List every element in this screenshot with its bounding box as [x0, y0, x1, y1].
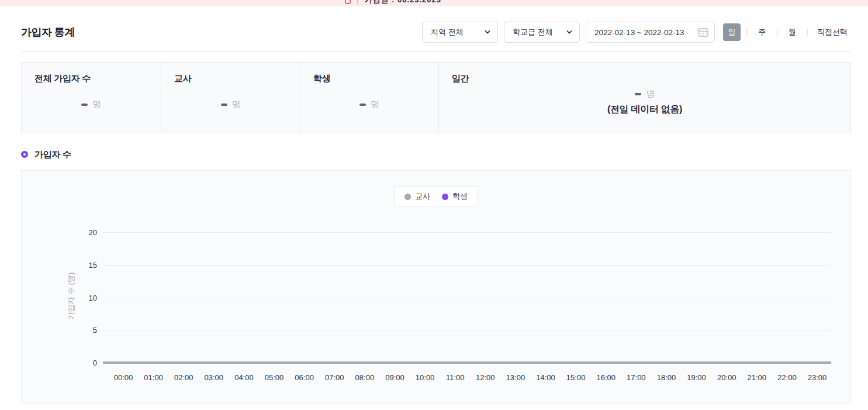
gridline: [103, 298, 831, 298]
notice-icon: [345, 0, 351, 4]
legend-label: 교사: [415, 191, 430, 202]
stat-value: 명: [439, 88, 850, 99]
series-line-교사: [103, 361, 831, 364]
x-tick-label: 17:00: [627, 373, 646, 382]
x-tick-label: 23:00: [808, 373, 827, 382]
y-tick-label: 0: [62, 359, 97, 367]
stat-unit: 명: [232, 99, 241, 109]
x-tick-label: 07:00: [325, 373, 344, 382]
chart-section-header: 가입자 수: [21, 150, 851, 159]
chart-legend: 교사학생: [394, 186, 478, 207]
x-tick-label: 13:00: [506, 373, 525, 382]
stat-card-daily: 일간 명 (전일 데이터 없음): [439, 63, 850, 133]
section-title: 가입자 수: [34, 149, 71, 160]
header-divider: [21, 51, 851, 52]
empty-value-dash: [221, 104, 227, 106]
legend-item-학생[interactable]: 학생: [442, 191, 468, 202]
period-button-day[interactable]: 일: [723, 23, 741, 41]
school-level-select[interactable]: 학교급 전체: [504, 22, 580, 43]
y-tick-label: 5: [62, 326, 97, 335]
x-tick-label: 00:00: [114, 373, 133, 382]
x-tick-label: 16:00: [596, 373, 615, 382]
x-tick-label: 09:00: [385, 373, 404, 382]
x-tick-label: 03:00: [205, 373, 224, 382]
period-button-month[interactable]: 월: [783, 23, 801, 41]
region-select-value: 지역 전체: [431, 27, 464, 37]
period-button-group: 일 | 주 | 월 | 직접선택: [723, 23, 851, 41]
x-tick-label: 19:00: [687, 373, 706, 382]
x-tick-label: 14:00: [536, 373, 555, 382]
filter-controls: 지역 전체 학교급 전체 2022-02-13 ~ 2022-02-13: [422, 22, 851, 43]
stat-value: 명: [300, 99, 438, 110]
stat-unit: 명: [371, 99, 379, 109]
x-tick-label: 12:00: [476, 373, 495, 382]
separator: |: [746, 27, 748, 37]
stat-card-total: 전체 가입자 수 명: [22, 63, 161, 133]
gridline: [103, 330, 831, 330]
separator: |: [776, 27, 779, 37]
x-tick-label: 15:00: [566, 373, 586, 382]
y-tick-label: 15: [62, 260, 97, 269]
empty-value-dash: [359, 104, 366, 106]
stat-unit: 명: [92, 99, 101, 109]
x-tick-label: 02:00: [174, 373, 193, 382]
notice-banner-clipped-text: | 가입일 : 06.23.2023: [345, 0, 441, 5]
stat-value: 명: [22, 99, 161, 110]
legend-dot-icon: [404, 194, 411, 200]
separator: |: [806, 27, 808, 37]
x-tick-label: 08:00: [355, 373, 375, 382]
x-tick-label: 04:00: [234, 373, 254, 382]
page-header: 가입자 통계 지역 전체 학교급 전체 2022-02-13 ~ 2022-02…: [21, 22, 851, 43]
legend-item-교사[interactable]: 교사: [404, 191, 430, 202]
chart-plot-area: 0510152000:0001:0002:0003:0004:0005:0006…: [103, 232, 831, 363]
stat-title: 일간: [452, 73, 838, 84]
calendar-icon[interactable]: [698, 27, 708, 37]
region-select[interactable]: 지역 전체: [422, 22, 498, 43]
chevron-down-icon: [566, 29, 572, 35]
date-range-input[interactable]: 2022-02-13 ~ 2022-02-13: [586, 22, 715, 43]
notice-separator: |: [357, 0, 358, 5]
subscribers-chart-card: 교사학생 가입자 수 (명) 0510152000:0001:0002:0003…: [21, 170, 851, 404]
date-range-value: 2022-02-13 ~ 2022-02-13: [594, 28, 684, 37]
page-title: 가입자 통계: [21, 25, 75, 39]
stat-card-teachers: 교사 명: [161, 63, 300, 133]
x-tick-label: 10:00: [416, 373, 435, 382]
gridline: [103, 265, 831, 266]
school-level-select-value: 학교급 전체: [513, 27, 553, 37]
chevron-down-icon: [485, 29, 490, 35]
x-tick-label: 06:00: [295, 373, 314, 382]
stat-title: 교사: [174, 73, 287, 84]
legend-dot-icon: [442, 194, 448, 200]
stat-card-students: 학생 명: [300, 63, 439, 133]
empty-value-dash: [81, 104, 88, 106]
y-tick-label: 10: [62, 293, 97, 302]
x-tick-label: 11:00: [446, 373, 465, 382]
stat-unit: 명: [646, 88, 655, 98]
x-tick-label: 21:00: [748, 373, 767, 382]
x-tick-label: 01:00: [144, 373, 163, 382]
stat-title: 전체 가입자 수: [34, 73, 148, 84]
legend-label: 학생: [452, 191, 468, 202]
x-tick-label: 05:00: [265, 373, 284, 382]
y-tick-label: 20: [62, 228, 97, 237]
x-tick-label: 22:00: [777, 373, 797, 382]
section-bullet-icon: [21, 151, 28, 158]
stat-title: 학생: [313, 73, 426, 84]
period-button-week[interactable]: 주: [753, 23, 771, 41]
no-previous-data-note: (전일 데이터 없음): [439, 104, 850, 116]
x-tick-label: 18:00: [657, 373, 676, 382]
gridline: [103, 232, 831, 233]
stats-summary-row: 전체 가입자 수 명 교사 명 학생 명 일간 명 (전일 데이터 없음): [21, 62, 851, 133]
notice-text: 가입일 : 06.23.2023: [364, 0, 441, 5]
notice-banner: | 가입일 : 06.23.2023: [0, 0, 868, 6]
empty-value-dash: [635, 93, 641, 95]
period-button-custom[interactable]: 직접선택: [814, 23, 851, 41]
stat-value: 명: [161, 99, 300, 110]
x-tick-label: 20:00: [717, 373, 736, 382]
